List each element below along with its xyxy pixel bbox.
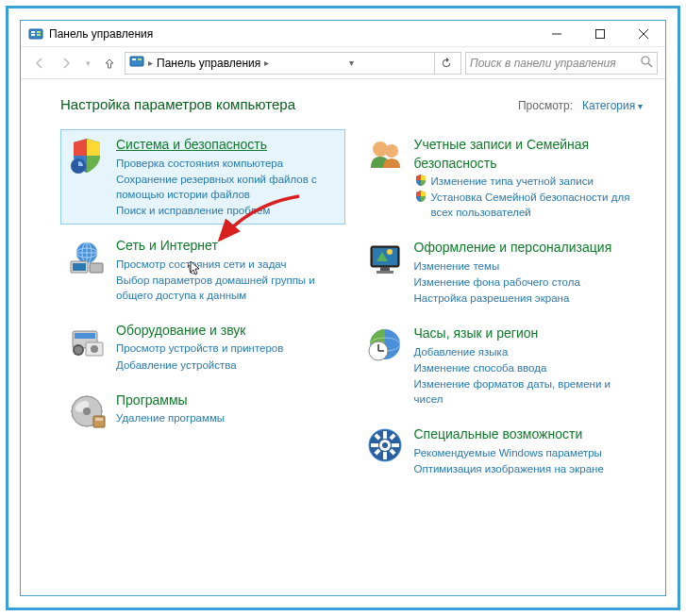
refresh-button[interactable] <box>434 52 457 75</box>
view-label: Просмотр: <box>518 99 573 112</box>
task-link-проверка-состояния-компьютера[interactable]: Проверка состояния компьютера <box>116 156 339 171</box>
window: Панель управления ▾ ▸ <box>20 20 666 596</box>
shield-icon[interactable] <box>67 136 107 175</box>
task-link-удаление-программы[interactable]: Удаление программы <box>116 410 339 425</box>
addressbar[interactable]: ▸ Панель управления ▸ ▾ <box>125 52 461 75</box>
chevron-right-icon[interactable]: ▸ <box>148 58 153 68</box>
minimize-button[interactable] <box>535 21 578 47</box>
navbar: ▾ ▸ Панель управления ▸ ▾ <box>21 47 665 79</box>
category-body: Часы, язык и регионДобавление языкаИзмен… <box>414 325 637 407</box>
task-link-сохранение-резервных-копий-фай[interactable]: Сохранение резервных копий файлов с помо… <box>116 172 339 202</box>
task-link-изменение-типа-учетной-записи[interactable]: Изменение типа учетной записи <box>431 174 594 189</box>
content-area: Настройка параметров компьютера Просмотр… <box>21 79 665 595</box>
network-icon[interactable] <box>67 237 107 276</box>
view-by-dropdown[interactable]: Категория <box>582 99 643 112</box>
up-button[interactable] <box>98 52 121 75</box>
svg-rect-2 <box>31 34 35 36</box>
task-link-просмотр-состояния-сети-и-зада[interactable]: Просмотр состояния сети и задач <box>116 257 339 272</box>
category-программы: ПрограммыУдаление программы <box>60 385 345 438</box>
task-link-добавление-устройства[interactable]: Добавление устройства <box>116 358 339 373</box>
task-link-row: Установка Семейной безопасности для всех… <box>414 189 637 220</box>
svg-point-12 <box>642 57 649 64</box>
search-icon[interactable] <box>641 56 653 71</box>
category-body: Специальные возможностиРекомендуемые Win… <box>414 425 637 476</box>
uac-shield-icon <box>414 174 427 187</box>
ease-icon[interactable] <box>365 425 405 465</box>
category-сеть-и-интернет: Сеть и ИнтернетПросмотр состояния сети и… <box>60 230 345 309</box>
category-body: ПрограммыУдаление программы <box>116 391 339 426</box>
search-input[interactable] <box>470 57 641 70</box>
task-link-изменение-темы[interactable]: Изменение темы <box>414 258 637 274</box>
clock-icon[interactable] <box>365 325 405 364</box>
svg-rect-4 <box>37 34 41 36</box>
category-body: Система и безопасностьПроверка состояния… <box>116 136 339 218</box>
control-panel-icon <box>129 54 144 72</box>
category-часы-язык-и-регион: Часы, язык и регионДобавление языкаИзмен… <box>359 318 644 413</box>
header-row: Настройка параметров компьютера Просмотр… <box>60 96 643 112</box>
outer-frame: Панель управления ▾ ▸ <box>6 6 680 610</box>
users-icon[interactable] <box>365 136 405 175</box>
breadcrumb[interactable]: Панель управления <box>157 57 260 70</box>
chevron-right-icon[interactable]: ▸ <box>264 58 269 68</box>
category-link-сеть-и-интернет[interactable]: Сеть и Интернет <box>116 238 218 253</box>
close-button[interactable] <box>622 21 665 47</box>
task-link-поиск-и-исправление-проблем[interactable]: Поиск и исправление проблем <box>116 203 339 218</box>
category-link-специальные-возможности[interactable]: Специальные возможности <box>414 426 583 441</box>
hardware-icon[interactable] <box>67 322 107 361</box>
category-специальные-возможности: Специальные возможностиРекомендуемые Win… <box>359 419 644 483</box>
window-controls <box>535 21 665 47</box>
address-dropdown-icon[interactable]: ▾ <box>343 58 360 68</box>
svg-rect-9 <box>130 57 143 66</box>
task-link-установка-семейной-безопасност[interactable]: Установка Семейной безопасности для всех… <box>431 190 637 220</box>
task-link-оптимизация-изображения-на-экр[interactable]: Оптимизация изображения на экране <box>414 461 637 476</box>
right-column: Учетные записи и Семейная безопасностьИз… <box>359 129 644 489</box>
task-link-изменение-способа-ввода[interactable]: Изменение способа ввода <box>414 360 637 375</box>
task-link-просмотр-устройств-и-принтеров[interactable]: Просмотр устройств и принтеров <box>116 341 339 356</box>
category-body: Оформление и персонализацияИзменение тем… <box>414 239 637 306</box>
task-link-изменение-форматов-даты-времен[interactable]: Изменение форматов даты, времени и чисел <box>414 376 637 407</box>
svg-rect-3 <box>37 31 41 33</box>
appearance-icon[interactable] <box>365 239 405 278</box>
back-button[interactable] <box>28 52 51 75</box>
task-link-настройка-разрешения-экрана[interactable]: Настройка разрешения экрана <box>414 291 637 306</box>
task-link-изменение-фона-рабочего-стола[interactable]: Изменение фона рабочего стола <box>414 275 637 290</box>
task-link-рекомендуемые-windows-параметр[interactable]: Рекомендуемые Windows параметры <box>414 445 637 460</box>
category-columns: Система и безопасностьПроверка состояния… <box>60 129 643 489</box>
category-link-система-и-безопасность[interactable]: Система и безопасность <box>116 137 267 152</box>
svg-line-13 <box>648 63 652 67</box>
svg-rect-10 <box>132 58 136 60</box>
left-column: Система и безопасностьПроверка состояния… <box>60 129 345 443</box>
category-учетные-записи-и-семейная-безо: Учетные записи и Семейная безопасностьИз… <box>359 129 644 226</box>
category-body: Учетные записи и Семейная безопасностьИз… <box>414 136 637 220</box>
svg-rect-1 <box>31 31 35 33</box>
category-link-учетные-записи-и-семейная-безо[interactable]: Учетные записи и Семейная безопасность <box>414 137 590 171</box>
category-link-оборудование-и-звук[interactable]: Оборудование и звук <box>116 323 246 338</box>
category-body: Оборудование и звукПросмотр устройств и … <box>116 322 339 373</box>
svg-rect-6 <box>596 29 605 38</box>
page-title: Настройка параметров компьютера <box>60 96 295 112</box>
category-оборудование-и-звук: Оборудование и звукПросмотр устройств и … <box>60 315 345 379</box>
task-link-выбор-параметров-домашней-груп[interactable]: Выбор параметров домашней группы и общег… <box>116 273 339 303</box>
searchbox[interactable] <box>465 52 658 75</box>
category-link-оформление-и-персонализация[interactable]: Оформление и персонализация <box>414 240 612 255</box>
category-link-часы-язык-и-регион[interactable]: Часы, язык и регион <box>414 325 539 341</box>
category-body: Сеть и ИнтернетПросмотр состояния сети и… <box>116 237 339 303</box>
view-block: Просмотр: Категория <box>518 99 643 112</box>
titlebar: Панель управления <box>21 21 665 47</box>
task-link-добавление-языка[interactable]: Добавление языка <box>414 344 637 359</box>
programs-icon[interactable] <box>67 391 107 431</box>
task-link-row: Изменение типа учетной записи <box>414 173 637 189</box>
uac-shield-icon <box>414 190 427 203</box>
forward-button[interactable] <box>55 52 77 75</box>
window-title: Панель управления <box>49 27 153 41</box>
svg-rect-11 <box>138 58 142 60</box>
category-оформление-и-персонализация: Оформление и персонализацияИзменение тем… <box>359 232 644 312</box>
recent-dropdown[interactable]: ▾ <box>81 52 94 75</box>
control-panel-icon <box>28 26 43 42</box>
maximize-button[interactable] <box>578 21 622 47</box>
category-link-программы[interactable]: Программы <box>116 392 188 408</box>
category-система-и-безопасность: Система и безопасностьПроверка состояния… <box>60 129 345 225</box>
